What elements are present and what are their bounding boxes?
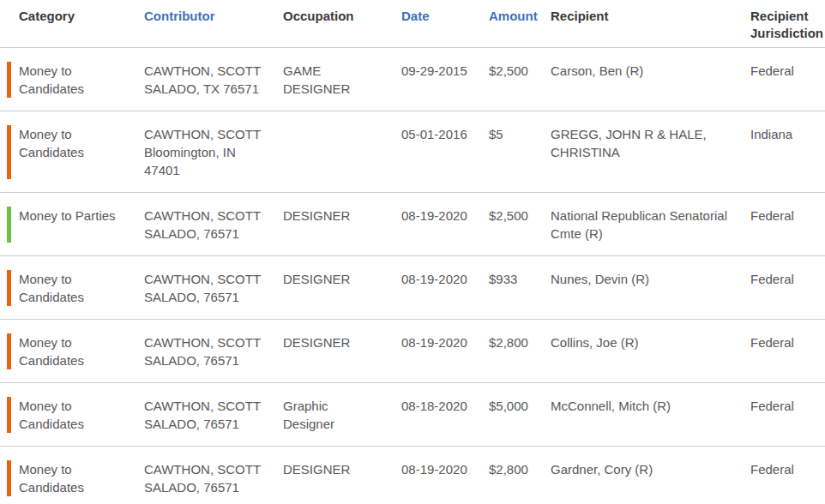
category-color-bar <box>7 397 11 433</box>
cell-date: 09-29-2015 <box>401 62 489 98</box>
cell-occupation: DESIGNER <box>283 270 401 306</box>
cell-contributor: CAWTHON, SCOTT Bloomington, IN 47401 <box>144 125 283 179</box>
cell-category: Money to Parties <box>19 207 144 243</box>
cell-recipient: GREGG, JOHN R & HALE, CHRISTINA <box>551 125 750 179</box>
cell-occupation: Graphic Designer <box>283 397 401 433</box>
cell-category: Money to Candidates <box>19 125 144 179</box>
table-body: Money to Candidates CAWTHON, SCOTT SALAD… <box>0 48 825 504</box>
cell-amount: $2,800 <box>489 333 551 369</box>
cell-category: Money to Candidates <box>19 333 144 369</box>
cell-category: Money to Candidates <box>19 397 144 433</box>
cell-recipient-jurisdiction: Federal <box>750 397 825 433</box>
cell-date: 05-01-2016 <box>401 125 489 179</box>
column-header-recipient: Recipient <box>551 8 750 25</box>
table-row: Money to Candidates CAWTHON, SCOTT SALAD… <box>0 320 825 383</box>
column-header-recipient-jurisdiction: Recipient Jurisdiction <box>750 8 825 42</box>
table-row: Money to Candidates CAWTHON, SCOTT SALAD… <box>0 383 825 447</box>
cell-amount: $5 <box>489 125 551 179</box>
cell-category: Money to Candidates <box>19 460 144 496</box>
cell-recipient: Nunes, Devin (R) <box>551 270 750 306</box>
table-row: Money to Candidates CAWTHON, SCOTT SALAD… <box>0 256 825 320</box>
cell-occupation: DESIGNER <box>283 207 401 243</box>
category-color-bar <box>7 460 11 496</box>
column-header-occupation: Occupation <box>283 8 401 25</box>
column-header-category: Category <box>19 8 144 25</box>
cell-date: 08-18-2020 <box>401 397 489 433</box>
table-row: Money to Candidates CAWTHON, SCOTT SALAD… <box>0 447 825 504</box>
cell-contributor: CAWTHON, SCOTT SALADO, 76571 <box>144 460 283 496</box>
cell-recipient: National Republican Senatorial Cmte (R) <box>551 207 750 243</box>
category-color-bar <box>7 207 11 243</box>
cell-contributor: CAWTHON, SCOTT SALADO, 76571 <box>144 207 283 243</box>
cell-date: 08-19-2020 <box>401 333 489 369</box>
cell-date: 08-19-2020 <box>401 460 489 496</box>
cell-recipient-jurisdiction: Federal <box>750 62 825 98</box>
cell-contributor: CAWTHON, SCOTT SALADO, 76571 <box>144 270 283 306</box>
cell-date: 08-19-2020 <box>401 207 489 243</box>
cell-amount: $2,500 <box>489 62 551 98</box>
column-header-date-sort[interactable]: Date <box>401 8 489 25</box>
table-header: Category Contributor Occupation Date Amo… <box>0 0 825 48</box>
cell-occupation <box>283 125 401 179</box>
cell-amount: $933 <box>489 270 551 306</box>
cell-recipient-jurisdiction: Federal <box>750 207 825 243</box>
cell-occupation: DESIGNER <box>283 333 401 369</box>
cell-date: 08-19-2020 <box>401 270 489 306</box>
cell-recipient-jurisdiction: Indiana <box>750 125 825 179</box>
table-row: Money to Parties CAWTHON, SCOTT SALADO, … <box>0 193 825 256</box>
cell-recipient: Collins, Joe (R) <box>551 333 750 369</box>
table-row: Money to Candidates CAWTHON, SCOTT SALAD… <box>0 48 825 111</box>
cell-amount: $5,000 <box>489 397 551 433</box>
cell-contributor: CAWTHON, SCOTT SALADO, 76571 <box>144 397 283 433</box>
cell-occupation: GAME DESIGNER <box>283 62 401 98</box>
cell-occupation: DESIGNER <box>283 460 401 496</box>
category-color-bar <box>7 62 11 98</box>
contributions-table: Category Contributor Occupation Date Amo… <box>0 0 825 504</box>
category-color-bar <box>7 125 11 179</box>
cell-recipient-jurisdiction: Federal <box>750 333 825 369</box>
cell-recipient-jurisdiction: Federal <box>750 270 825 306</box>
category-color-bar <box>7 333 11 369</box>
cell-amount: $2,500 <box>489 207 551 243</box>
cell-recipient: Carson, Ben (R) <box>551 62 750 98</box>
cell-recipient: McConnell, Mitch (R) <box>551 397 750 433</box>
table-row: Money to Candidates CAWTHON, SCOTT Bloom… <box>0 111 825 193</box>
column-header-amount-sort[interactable]: Amount <box>489 8 551 25</box>
cell-recipient-jurisdiction: Federal <box>750 460 825 496</box>
category-color-bar <box>7 270 11 306</box>
cell-contributor: CAWTHON, SCOTT SALADO, 76571 <box>144 333 283 369</box>
cell-category: Money to Candidates <box>19 62 144 98</box>
cell-contributor: CAWTHON, SCOTT SALADO, TX 76571 <box>144 62 283 98</box>
cell-amount: $2,800 <box>489 460 551 496</box>
column-header-contributor-sort[interactable]: Contributor <box>144 8 283 25</box>
cell-category: Money to Candidates <box>19 270 144 306</box>
cell-recipient: Gardner, Cory (R) <box>551 460 750 496</box>
